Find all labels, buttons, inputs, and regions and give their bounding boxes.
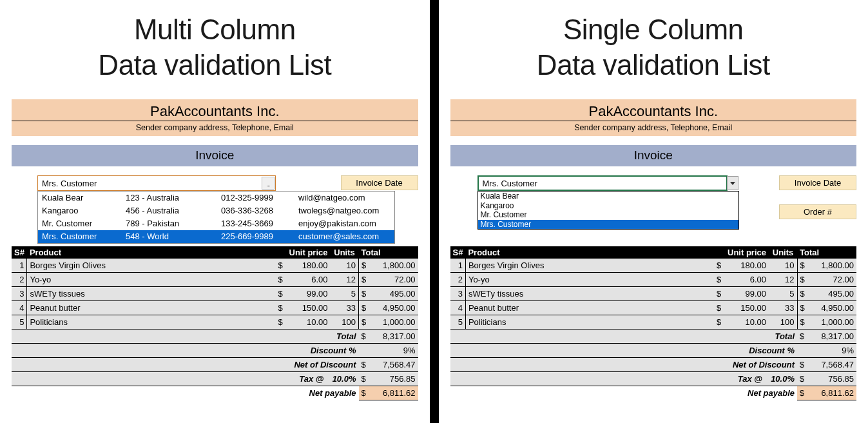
cell-total: 4,950.00 xyxy=(371,301,418,315)
company-name: PakAccountants Inc. xyxy=(450,102,857,121)
discount-label: Discount % xyxy=(450,344,798,358)
combo-col-phone: 012-325-9999 xyxy=(221,192,298,204)
cell-currency: $ xyxy=(714,259,727,273)
table-row[interactable]: 3sWETy tissues$99.005$495.00 xyxy=(12,287,418,301)
cell-total: 1,800.00 xyxy=(371,259,418,273)
single-dropdown-item[interactable]: Kuala Bear xyxy=(478,192,738,201)
single-dropdown-item[interactable]: Mrs. Customer xyxy=(478,220,738,230)
cell-currency: $ xyxy=(714,287,727,301)
cell-currency: $ xyxy=(359,287,371,301)
tax-value: 756.85 xyxy=(371,372,418,386)
panel-title: Single ColumnData validation List xyxy=(450,12,857,83)
combo-col-name: Mrs. Customer xyxy=(42,231,126,242)
cell-product: sWETy tissues xyxy=(27,287,276,301)
panel-divider xyxy=(430,0,439,423)
invoice-heading: Invoice xyxy=(450,145,857,166)
cell-total: 1,000.00 xyxy=(809,315,856,330)
cell-units: 5 xyxy=(331,287,359,301)
cell-price: 180.00 xyxy=(289,259,331,273)
cell-sn: 4 xyxy=(450,301,466,315)
combo-col-name: Kuala Bear xyxy=(42,192,126,204)
table-row[interactable]: 5Politicians$10.00100$1,000.00 xyxy=(450,315,857,330)
discount-label: Discount % xyxy=(12,344,359,358)
cell-product: sWETy tissues xyxy=(465,287,714,301)
cell-currency: $ xyxy=(359,315,371,330)
cell-total: 4,950.00 xyxy=(809,301,856,315)
multi-combo-input[interactable]: Mrs. Customer ... xyxy=(37,175,276,191)
discount-value: 9% xyxy=(809,344,856,358)
combo-col-addr: 123 - Australia xyxy=(126,192,221,204)
table-row[interactable]: 5Politicians$10.00100$1,000.00 xyxy=(12,315,418,330)
table-row[interactable]: 1Borges Virgin Olives$180.0010$1,800.00 xyxy=(450,259,857,273)
cell-price: 150.00 xyxy=(289,301,331,315)
cur: $ xyxy=(797,386,809,400)
cur: $ xyxy=(359,372,371,386)
cell-currency: $ xyxy=(359,301,371,315)
cell-currency: $ xyxy=(276,315,289,330)
single-dropdown-button[interactable] xyxy=(727,176,738,190)
invoice-table: S#ProductUnit priceUnitsTotal1Borges Vir… xyxy=(450,246,857,330)
table-row[interactable]: 2Yo-yo$6.0012$72.00 xyxy=(450,273,857,287)
single-dropdown: Mrs. Customer Kuala BearKangarooMr. Cust… xyxy=(477,175,728,230)
total-label: Total xyxy=(450,330,798,344)
tax-label: Tax @ xyxy=(450,372,766,386)
panel-title: Multi ColumnData validation List xyxy=(12,12,418,83)
th-total: Total xyxy=(797,246,856,259)
table-row[interactable]: 2Yo-yo$6.0012$72.00 xyxy=(12,273,418,287)
single-dropdown-value: Mrs. Customer xyxy=(483,179,537,188)
cell-total: 495.00 xyxy=(371,287,418,301)
cell-total: 1,000.00 xyxy=(371,315,418,330)
table-row[interactable]: 4Peanut butter$150.0033$4,950.00 xyxy=(450,301,857,315)
cell-currency: $ xyxy=(797,315,809,330)
cur: $ xyxy=(797,330,809,344)
cell-sn: 2 xyxy=(12,273,27,287)
single-dropdown-item[interactable]: Mr. Customer xyxy=(478,210,738,220)
totals-table: Total$8,317.00Discount %9%Net of Discoun… xyxy=(12,330,418,400)
cell-sn: 3 xyxy=(450,287,466,301)
single-dropdown-item[interactable]: Kangaroo xyxy=(478,201,738,211)
cell-product: Politicians xyxy=(27,315,276,330)
cell-price: 180.00 xyxy=(727,259,769,273)
total-label: Total xyxy=(12,330,359,344)
th-sn: S# xyxy=(450,246,466,259)
cell-sn: 1 xyxy=(450,259,466,273)
combo-col-email: customer@sales.com xyxy=(298,231,391,242)
panel-multi-column: Multi ColumnData validation List PakAcco… xyxy=(0,0,430,423)
single-dropdown-cell[interactable]: Mrs. Customer xyxy=(477,175,728,191)
cell-units: 12 xyxy=(331,273,359,287)
cell-currency: $ xyxy=(276,259,289,273)
cell-price: 99.00 xyxy=(289,287,331,301)
company-sub: Sender company address, Telephone, Email xyxy=(12,121,418,136)
cell-total: 72.00 xyxy=(809,273,856,287)
tax-rate: 10.0% xyxy=(327,372,359,386)
cell-total: 495.00 xyxy=(809,287,856,301)
table-row[interactable]: 3sWETy tissues$99.005$495.00 xyxy=(450,287,857,301)
cur: $ xyxy=(359,386,371,400)
cell-sn: 4 xyxy=(12,301,27,315)
invoice-table-wrap: S#ProductUnit priceUnitsTotal1Borges Vir… xyxy=(12,246,418,400)
table-row[interactable]: 4Peanut butter$150.0033$4,950.00 xyxy=(12,301,418,315)
cell-price: 10.00 xyxy=(289,315,331,330)
multi-combo-item[interactable]: Mr. Customer789 - Pakistan133-245-3669en… xyxy=(38,217,394,230)
table-row[interactable]: 1Borges Virgin Olives$180.0010$1,800.00 xyxy=(12,259,418,273)
combo-col-email: twolegs@natgeo.com xyxy=(298,205,391,217)
cell-price: 10.00 xyxy=(727,315,769,330)
cell-product: Borges Virgin Olives xyxy=(27,259,276,273)
combo-col-phone: 036-336-3268 xyxy=(221,205,298,217)
multi-combo-button[interactable]: ... xyxy=(262,177,275,190)
net-discount-value: 7,568.47 xyxy=(371,358,418,372)
th-units: Units xyxy=(769,246,797,259)
cell-currency: $ xyxy=(714,315,727,330)
cell-currency: $ xyxy=(714,301,727,315)
net-payable-label: Net payable xyxy=(450,386,798,400)
invoice-date-label: Invoice Date xyxy=(779,175,856,190)
tax-rate: 10.0% xyxy=(765,372,797,386)
multi-combo-item[interactable]: Kangaroo456 - Australia036-336-3268twole… xyxy=(38,204,394,217)
cell-product: Peanut butter xyxy=(27,301,276,315)
cell-sn: 1 xyxy=(12,259,27,273)
tax-value: 756.85 xyxy=(809,372,856,386)
th-units: Units xyxy=(331,246,359,259)
invoice-heading: Invoice xyxy=(12,145,418,166)
net-discount-label: Net of Discount xyxy=(450,358,798,372)
multi-combo-item[interactable]: Mrs. Customer548 - World225-669-9989cust… xyxy=(38,230,394,243)
